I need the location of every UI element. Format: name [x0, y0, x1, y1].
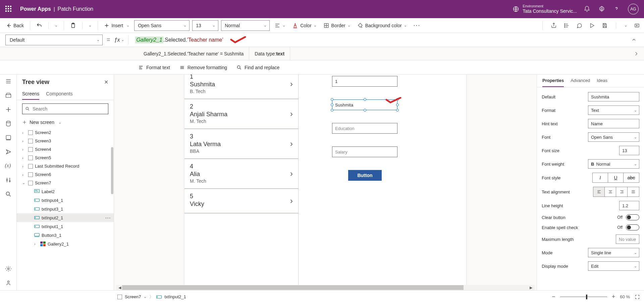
prop-default-input[interactable]: Sushmita [588, 92, 639, 101]
canvas[interactable]: 1SushmitaB. Tech›2Anjali SharmaM. Tech›3… [184, 75, 466, 285]
tree-item[interactable]: txtInput2_1··· [17, 213, 114, 222]
submit-button[interactable]: Button [348, 170, 382, 181]
prop-fontweight-select[interactable]: BNormal⌄ [588, 159, 639, 169]
tab-screens[interactable]: Screens [22, 88, 39, 100]
variables-icon[interactable]: (x) [5, 163, 12, 169]
tree-item[interactable]: Button3_1 [17, 231, 114, 240]
bgcolor-button[interactable]: Background color⌄ [355, 21, 409, 30]
clear-button-toggle[interactable] [626, 214, 639, 220]
gallery-item[interactable]: 5Vicky› [184, 189, 298, 213]
find-replace-button[interactable]: Find and replace [236, 65, 279, 70]
breadcrumb-element[interactable]: txtInput2_1 [164, 294, 186, 299]
gallery-item[interactable]: 1SushmitaB. Tech› [184, 75, 298, 99]
fit-screen-icon[interactable] [635, 294, 640, 300]
tree-item[interactable]: Label2 [17, 187, 114, 196]
fx-label[interactable]: ƒx⌄ [114, 37, 124, 43]
advanced-tools-icon[interactable] [5, 177, 12, 183]
prop-fontsize-input[interactable]: 13 [619, 146, 639, 155]
media-icon[interactable] [5, 134, 12, 141]
align-right-button[interactable] [616, 187, 628, 197]
scroll-right-icon[interactable]: ▶ [529, 286, 533, 290]
tree-item[interactable]: txtInput3_1 [17, 205, 114, 213]
prop-lineheight-input[interactable]: 1.2 [619, 201, 639, 210]
tree-item[interactable]: ›Screen4 [17, 145, 114, 154]
tab-advanced[interactable]: Advanced [571, 75, 590, 87]
tree-item[interactable]: ›Gallery2_1 [17, 240, 114, 248]
gallery-item[interactable]: 3Lata VermaBBA› [184, 129, 298, 159]
gallery-item[interactable]: 4AliaM. Tech› [184, 159, 298, 189]
align-justify-button[interactable] [628, 187, 639, 197]
search-rail-icon[interactable] [5, 191, 12, 198]
environment-picker[interactable]: Environment Tata Consultancy Servic... [513, 4, 577, 14]
breadcrumb-checkbox[interactable] [117, 295, 122, 299]
paste-button[interactable] [68, 21, 78, 30]
app-launcher-icon[interactable] [5, 6, 12, 12]
help-icon[interactable] [613, 6, 620, 12]
new-screen-button[interactable]: New screen ⌄ [17, 118, 114, 127]
align-center-button[interactable] [605, 187, 616, 197]
align-button[interactable]: ⌄ [272, 21, 287, 30]
share-icon[interactable] [551, 23, 557, 29]
insert-rail-icon[interactable] [5, 106, 12, 113]
scroll-left-icon[interactable]: ◀ [117, 286, 122, 290]
tree-view-icon[interactable] [5, 92, 12, 99]
user-avatar[interactable]: AG [628, 4, 639, 14]
tree-item[interactable]: ⌄Screen7 [17, 179, 114, 187]
txtinput2-selected[interactable]: Sushmita [332, 99, 397, 110]
checker-icon[interactable] [564, 23, 570, 29]
txtinput3[interactable]: Education [332, 123, 397, 134]
notifications-icon[interactable] [584, 6, 590, 12]
virtual-agent-icon[interactable] [5, 279, 12, 286]
power-automate-icon[interactable] [5, 148, 12, 155]
format-text-button[interactable]: Format text [138, 65, 170, 70]
spell-check-toggle[interactable] [626, 224, 639, 230]
settings-rail-icon[interactable] [5, 265, 12, 272]
align-left-button[interactable] [593, 187, 605, 197]
comments-icon[interactable] [576, 23, 582, 29]
zoom-in-button[interactable]: + [612, 293, 615, 300]
undo-button[interactable] [34, 21, 44, 30]
zoom-slider[interactable] [560, 296, 607, 297]
tab-ideas[interactable]: Ideas [597, 75, 607, 87]
font-select[interactable]: Open Sans⌄ [134, 20, 190, 31]
color-button[interactable]: Color⌄ [290, 21, 318, 30]
undo-dropdown[interactable]: ⌄ [53, 22, 60, 29]
publish-icon[interactable] [634, 23, 640, 29]
tab-properties[interactable]: Properties [542, 75, 564, 87]
tree-item[interactable]: ›Screen6 [17, 170, 114, 179]
gallery[interactable]: 1SushmitaB. Tech›2Anjali SharmaM. Tech›3… [184, 75, 299, 285]
font-size-select[interactable]: 13⌄ [192, 20, 218, 31]
formula-input[interactable]: Gallery2_1.Selected.'Teacher name' [132, 35, 625, 45]
tree-item[interactable]: ›Screen2 [17, 128, 114, 137]
tree-item[interactable]: ›Last Submitted Record [17, 162, 114, 170]
border-button[interactable]: Border⌄ [321, 21, 353, 30]
tree-search[interactable] [22, 103, 108, 114]
prop-format-select[interactable]: Text⌄ [588, 105, 639, 115]
tree-item[interactable]: txtInput4_1 [17, 196, 114, 205]
tree-search-input[interactable] [33, 106, 105, 112]
prop-hint-input[interactable]: Name [588, 119, 639, 128]
prop-mode-select[interactable]: Single line⌄ [588, 248, 639, 257]
next-result-icon[interactable] [629, 51, 644, 56]
zoom-out-button[interactable]: − [552, 293, 555, 300]
paste-dropdown[interactable]: ⌄ [87, 22, 94, 29]
font-weight-select[interactable]: Normal⌄ [221, 20, 270, 31]
italic-button[interactable]: I [593, 173, 608, 182]
remove-formatting-button[interactable]: Remove formatting [179, 65, 227, 70]
back-button[interactable]: Back [4, 21, 26, 30]
breadcrumb-screen[interactable]: Screen7 [125, 294, 141, 299]
prop-maxlen-input[interactable]: No value [616, 234, 639, 244]
txtinput4[interactable]: Salary [332, 146, 397, 157]
preview-icon[interactable] [589, 23, 595, 29]
tab-components[interactable]: Components [46, 88, 72, 100]
strikethrough-button[interactable]: abc [624, 173, 639, 182]
settings-icon[interactable] [598, 6, 605, 12]
property-selector[interactable]: Default⌄ [5, 35, 103, 45]
hamburger-icon[interactable] [5, 78, 12, 85]
underline-button[interactable]: U [608, 173, 624, 182]
insert-button[interactable]: Insert ⌄ [102, 21, 131, 30]
prop-font-select[interactable]: Open Sans⌄ [588, 132, 639, 142]
close-tree-icon[interactable]: ✕ [104, 79, 108, 85]
tree-item[interactable]: ›Screen5 [17, 154, 114, 162]
data-icon[interactable] [5, 120, 12, 127]
